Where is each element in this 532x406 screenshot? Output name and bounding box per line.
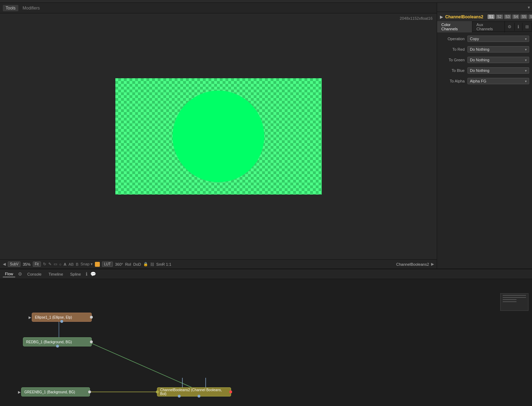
chat-icon-flow[interactable]: 💬 bbox=[90, 271, 96, 277]
to-alpha-row: To Alpha Alpha FG bbox=[440, 77, 529, 85]
operation-label: Operation bbox=[440, 37, 465, 41]
operation-dropdown[interactable]: Copy bbox=[467, 36, 529, 42]
flow-area[interactable]: ▶ Ellipse1_1 (Ellipse, Elp) REDBG_1 (Bac… bbox=[0, 279, 532, 406]
slot-s3[interactable]: S3 bbox=[504, 14, 511, 19]
to-alpha-value: Alpha FG bbox=[470, 79, 486, 83]
node-ellipse[interactable]: ▶ Ellipse1_1 (Ellipse, Elp) bbox=[32, 313, 92, 322]
to-red-dropdown[interactable]: Do Nothing bbox=[467, 46, 529, 53]
greenbg-output-dot[interactable] bbox=[88, 390, 91, 393]
tab-settings-icon[interactable]: ⚙ bbox=[505, 23, 515, 31]
tab-eye-icon[interactable]: ⊞ bbox=[522, 23, 532, 31]
rotate-icon: ↻ bbox=[43, 262, 46, 266]
ellipse-output-dot[interactable] bbox=[90, 316, 93, 319]
right-panel-header: ▾ bbox=[437, 3, 532, 12]
node-greenbg[interactable]: ▶ GREENBG_1 (Background, BG) bbox=[21, 387, 90, 396]
ellipse-bottom-dot[interactable] bbox=[60, 320, 63, 323]
circle-overlay bbox=[173, 91, 264, 182]
viewer-collapse-right[interactable]: ▶ bbox=[431, 262, 434, 266]
viewer-panel: Tools Modifiers 2048x1152xfloat16 ◀ SubV… bbox=[0, 3, 437, 269]
to-blue-row: To Blue Do Nothing bbox=[440, 66, 529, 75]
lock-icon: 🔒 bbox=[143, 262, 148, 266]
angle-value: 360° bbox=[115, 262, 123, 266]
properties-area: Operation Copy To Red Do Nothing To Gree… bbox=[437, 32, 532, 88]
tab-info-icon[interactable]: ℹ bbox=[515, 23, 522, 31]
to-red-row: To Red Do Nothing bbox=[440, 45, 529, 54]
b-icon: B bbox=[76, 262, 78, 266]
settings-icon-flow[interactable]: ⚙ bbox=[18, 271, 22, 277]
node-channelbooleans[interactable]: ChannelBooleans2 (Channel Booleans, Bol) bbox=[157, 387, 231, 396]
snap-label: Snap ▾ bbox=[80, 262, 93, 266]
pencil-icon: ✎ bbox=[48, 262, 52, 266]
minimap-line2 bbox=[503, 297, 526, 298]
slot-s4[interactable]: S4 bbox=[512, 14, 519, 19]
cb-red-dot[interactable] bbox=[229, 390, 232, 393]
collapse-icon[interactable]: ◀ bbox=[3, 262, 6, 266]
tab-color-channels[interactable]: Color Channels bbox=[437, 21, 472, 32]
slot-s5[interactable]: S5 bbox=[520, 14, 527, 19]
image-info: 2048x1152xfloat16 bbox=[400, 16, 433, 20]
slot-s6[interactable]: S6 bbox=[528, 14, 532, 19]
tools-tab[interactable]: Tools bbox=[3, 5, 18, 11]
a-icon: A bbox=[64, 262, 66, 266]
checker-background bbox=[115, 78, 322, 195]
tab-spline[interactable]: Spline bbox=[68, 271, 83, 277]
cb-input-dot[interactable] bbox=[156, 390, 159, 393]
to-blue-value: Do Nothing bbox=[470, 68, 489, 73]
bottom-panel: Flow ⚙ Console Timeline Spline ℹ 💬 ▶ Ell… bbox=[0, 269, 532, 406]
greenbg-label: GREENBG_1 (Background, BG) bbox=[24, 390, 75, 394]
channelbooleans-label: ChannelBooleans2 (Channel Booleans, Bol) bbox=[160, 388, 228, 396]
operation-row: Operation Copy bbox=[440, 35, 529, 43]
ab-icon: AB bbox=[68, 262, 74, 266]
minimap-line3 bbox=[503, 299, 516, 300]
tab-console[interactable]: Console bbox=[25, 271, 43, 277]
minimap-line4 bbox=[503, 301, 516, 302]
subv-button[interactable]: SubV bbox=[8, 262, 20, 267]
node-play-icon[interactable]: ▶ bbox=[440, 14, 443, 19]
to-red-value: Do Nothing bbox=[470, 47, 489, 51]
modifiers-tab[interactable]: Modifiers bbox=[20, 5, 43, 11]
svg-line-1 bbox=[88, 342, 192, 387]
zoom-value: 35% bbox=[23, 262, 30, 266]
cb-bottom-dot1[interactable] bbox=[178, 395, 181, 398]
node-title-row: ▶ ChannelBooleans2 S1 S2 S3 S4 S5 S6 ⏱ 🔒… bbox=[437, 12, 532, 22]
to-green-label: To Green bbox=[440, 58, 465, 62]
tab-aux-channels[interactable]: Aux Channels bbox=[472, 21, 505, 32]
roi-label: RoI bbox=[125, 262, 131, 266]
chevron-down-icon[interactable]: ▾ bbox=[528, 5, 530, 10]
dod-label: DoD bbox=[133, 262, 141, 266]
redbg-output-dot[interactable] bbox=[90, 340, 93, 343]
slot-s1[interactable]: S1 bbox=[488, 14, 495, 19]
node-redbg[interactable]: REDBG_1 (Background, BG) bbox=[23, 337, 92, 346]
fit-button[interactable]: Fit bbox=[33, 262, 41, 267]
right-panel: ▾ ▶ ChannelBooleans2 S1 S2 S3 S4 S5 S6 ⏱… bbox=[437, 3, 532, 269]
bottom-panel-tabs: Flow ⚙ Console Timeline Spline ℹ 💬 bbox=[0, 269, 532, 279]
viewer-top-controls: Tools Modifiers bbox=[0, 3, 437, 13]
to-blue-label: To Blue bbox=[440, 68, 465, 73]
rect-icon: ▭ bbox=[54, 262, 57, 266]
ellipse-label: Ellipse1_1 (Ellipse, Elp) bbox=[35, 315, 72, 319]
to-alpha-dropdown[interactable]: Alpha FG bbox=[467, 78, 529, 84]
minimap bbox=[500, 293, 528, 311]
to-blue-dropdown[interactable]: Do Nothing bbox=[467, 67, 529, 74]
tab-timeline[interactable]: Timeline bbox=[47, 271, 65, 277]
redbg-bottom-dot[interactable] bbox=[56, 345, 59, 347]
lut-button[interactable]: LUT bbox=[102, 262, 113, 267]
cb-bottom-dot2[interactable] bbox=[198, 395, 200, 398]
main-area: Tools Modifiers 2048x1152xfloat16 ◀ SubV… bbox=[0, 3, 532, 269]
canvas-image bbox=[115, 78, 322, 195]
slot-s2[interactable]: S2 bbox=[496, 14, 503, 19]
node-title: ChannelBooleans2 bbox=[445, 14, 483, 19]
node-slots: S1 S2 S3 S4 S5 S6 bbox=[488, 14, 532, 19]
tab-flow[interactable]: Flow bbox=[3, 271, 15, 277]
redbg-label: REDBG_1 (Background, BG) bbox=[26, 340, 72, 344]
color-swatch bbox=[95, 262, 100, 267]
to-alpha-label: To Alpha bbox=[440, 79, 465, 83]
viewer-node-name: ChannelBooleans2 bbox=[396, 262, 429, 266]
circle-icon: ○ bbox=[59, 262, 62, 266]
to-green-value: Do Nothing bbox=[470, 58, 489, 62]
to-green-row: To Green Do Nothing bbox=[440, 56, 529, 64]
to-green-dropdown[interactable]: Do Nothing bbox=[467, 57, 529, 63]
info-icon-flow[interactable]: ℹ bbox=[86, 271, 87, 277]
chain-icon: ⛓ bbox=[150, 262, 154, 266]
to-red-label: To Red bbox=[440, 47, 465, 51]
